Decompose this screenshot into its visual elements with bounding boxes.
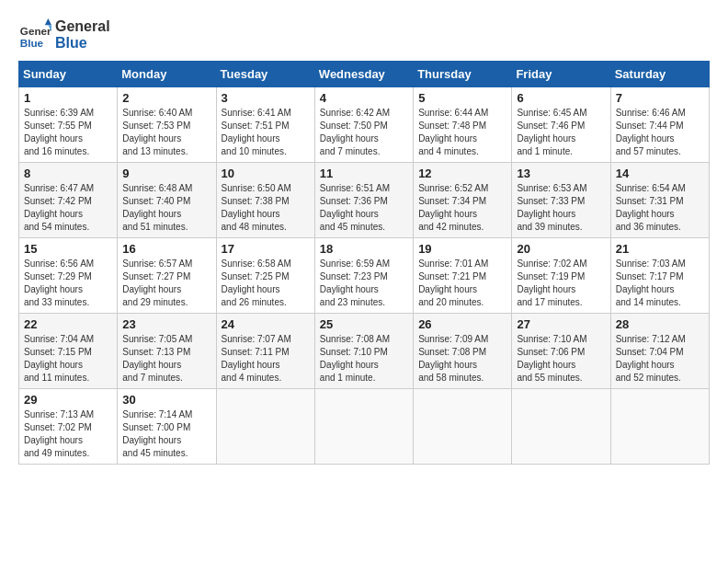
day-number: 8 [24,167,112,180]
empty-cell [414,389,512,465]
day-info: Sunrise: 6:52 AMSunset: 7:34 PMDaylight … [418,183,488,232]
day-cell-16: 16Sunrise: 6:57 AMSunset: 7:27 PMDayligh… [118,238,216,314]
day-number: 16 [122,242,210,256]
svg-text:Blue: Blue [20,37,44,49]
day-number: 10 [222,167,310,180]
calendar-header: SundayMondayTuesdayWednesdayThursdayFrid… [19,62,710,87]
day-info: Sunrise: 6:57 AMSunset: 7:27 PMDaylight … [122,259,192,307]
day-number: 6 [517,91,605,105]
day-cell-4: 4Sunrise: 6:42 AMSunset: 7:50 PMDaylight… [314,87,413,163]
day-info: Sunrise: 7:01 AMSunset: 7:21 PMDaylight … [418,259,488,307]
page-header: General Blue General Blue [18,18,710,52]
day-number: 20 [517,242,605,256]
week-row-5: 29Sunrise: 7:13 AMSunset: 7:02 PMDayligh… [19,389,710,465]
day-info: Sunrise: 6:48 AMSunset: 7:40 PMDaylight … [122,183,192,232]
day-number: 25 [320,317,408,331]
day-cell-26: 26Sunrise: 7:09 AMSunset: 7:08 PMDayligh… [414,314,512,389]
day-cell-28: 28Sunrise: 7:12 AMSunset: 7:04 PMDayligh… [610,314,709,389]
day-number: 29 [24,393,112,407]
day-cell-25: 25Sunrise: 7:08 AMSunset: 7:10 PMDayligh… [314,314,413,389]
day-cell-14: 14Sunrise: 6:54 AMSunset: 7:31 PMDayligh… [610,163,709,238]
weekday-header-tuesday: Tuesday [216,62,314,87]
day-cell-22: 22Sunrise: 7:04 AMSunset: 7:15 PMDayligh… [19,314,118,389]
weekday-row: SundayMondayTuesdayWednesdayThursdayFrid… [19,62,710,87]
day-cell-19: 19Sunrise: 7:01 AMSunset: 7:21 PMDayligh… [414,238,512,314]
day-cell-18: 18Sunrise: 6:59 AMSunset: 7:23 PMDayligh… [314,238,413,314]
day-cell-27: 27Sunrise: 7:10 AMSunset: 7:06 PMDayligh… [512,314,610,389]
day-number: 23 [122,317,210,331]
day-number: 11 [320,167,408,180]
day-info: Sunrise: 7:02 AMSunset: 7:19 PMDaylight … [517,259,586,307]
day-cell-5: 5Sunrise: 6:44 AMSunset: 7:48 PMDaylight… [414,87,512,163]
day-info: Sunrise: 6:56 AMSunset: 7:29 PMDaylight … [24,259,94,307]
day-info: Sunrise: 7:07 AMSunset: 7:11 PMDaylight … [222,334,291,383]
day-info: Sunrise: 6:46 AMSunset: 7:44 PMDaylight … [616,108,686,156]
day-info: Sunrise: 6:42 AMSunset: 7:50 PMDaylight … [320,108,390,156]
day-cell-7: 7Sunrise: 6:46 AMSunset: 7:44 PMDaylight… [610,87,709,163]
day-info: Sunrise: 6:51 AMSunset: 7:36 PMDaylight … [320,183,390,232]
day-info: Sunrise: 7:09 AMSunset: 7:08 PMDaylight … [418,334,488,383]
day-number: 28 [616,317,704,331]
day-number: 21 [616,242,704,256]
day-cell-9: 9Sunrise: 6:48 AMSunset: 7:40 PMDaylight… [118,163,216,238]
day-number: 19 [418,242,506,256]
day-info: Sunrise: 7:14 AMSunset: 7:00 PMDaylight … [122,409,192,458]
day-info: Sunrise: 6:45 AMSunset: 7:46 PMDaylight … [517,108,586,156]
weekday-header-wednesday: Wednesday [314,62,413,87]
day-number: 17 [222,242,310,256]
day-number: 30 [122,393,210,407]
day-number: 24 [222,317,310,331]
day-number: 27 [517,317,605,331]
day-cell-20: 20Sunrise: 7:02 AMSunset: 7:19 PMDayligh… [512,238,610,314]
day-info: Sunrise: 6:47 AMSunset: 7:42 PMDaylight … [24,183,94,232]
day-number: 22 [24,317,112,331]
day-cell-21: 21Sunrise: 7:03 AMSunset: 7:17 PMDayligh… [610,238,709,314]
day-cell-23: 23Sunrise: 7:05 AMSunset: 7:13 PMDayligh… [118,314,216,389]
day-info: Sunrise: 6:58 AMSunset: 7:25 PMDaylight … [222,259,291,307]
day-number: 1 [24,91,112,105]
week-row-4: 22Sunrise: 7:04 AMSunset: 7:15 PMDayligh… [19,314,710,389]
day-cell-30: 30Sunrise: 7:14 AMSunset: 7:00 PMDayligh… [118,389,216,465]
day-number: 18 [320,242,408,256]
empty-cell [610,389,709,465]
day-info: Sunrise: 6:53 AMSunset: 7:33 PMDaylight … [517,183,586,232]
day-info: Sunrise: 6:39 AMSunset: 7:55 PMDaylight … [24,108,94,156]
day-info: Sunrise: 7:04 AMSunset: 7:15 PMDaylight … [24,334,94,383]
day-info: Sunrise: 6:41 AMSunset: 7:51 PMDaylight … [222,108,291,156]
day-number: 9 [122,167,210,180]
day-cell-3: 3Sunrise: 6:41 AMSunset: 7:51 PMDaylight… [216,87,314,163]
day-info: Sunrise: 7:03 AMSunset: 7:17 PMDaylight … [616,259,686,307]
day-info: Sunrise: 7:10 AMSunset: 7:06 PMDaylight … [517,334,586,383]
calendar-table: SundayMondayTuesdayWednesdayThursdayFrid… [18,61,710,465]
calendar-body: 1Sunrise: 6:39 AMSunset: 7:55 PMDaylight… [19,87,710,465]
weekday-header-monday: Monday [118,62,216,87]
day-number: 3 [222,91,310,105]
day-number: 12 [418,167,506,180]
day-cell-6: 6Sunrise: 6:45 AMSunset: 7:46 PMDaylight… [512,87,610,163]
week-row-3: 15Sunrise: 6:56 AMSunset: 7:29 PMDayligh… [19,238,710,314]
weekday-header-friday: Friday [512,62,610,87]
day-info: Sunrise: 6:59 AMSunset: 7:23 PMDaylight … [320,259,390,307]
day-number: 5 [418,91,506,105]
empty-cell [216,389,314,465]
logo: General Blue General Blue [18,18,110,52]
week-row-2: 8Sunrise: 6:47 AMSunset: 7:42 PMDaylight… [19,163,710,238]
day-number: 4 [320,91,408,105]
day-number: 7 [616,91,704,105]
weekday-header-saturday: Saturday [610,62,709,87]
day-cell-24: 24Sunrise: 7:07 AMSunset: 7:11 PMDayligh… [216,314,314,389]
weekday-header-thursday: Thursday [414,62,512,87]
day-cell-11: 11Sunrise: 6:51 AMSunset: 7:36 PMDayligh… [314,163,413,238]
day-info: Sunrise: 6:54 AMSunset: 7:31 PMDaylight … [616,183,686,232]
day-cell-2: 2Sunrise: 6:40 AMSunset: 7:53 PMDaylight… [118,87,216,163]
logo-text-general: General [55,18,110,35]
day-number: 14 [616,167,704,180]
day-info: Sunrise: 7:05 AMSunset: 7:13 PMDaylight … [122,334,192,383]
day-info: Sunrise: 7:13 AMSunset: 7:02 PMDaylight … [24,409,94,458]
logo-icon: General Blue [18,18,51,52]
day-number: 15 [24,242,112,256]
day-number: 26 [418,317,506,331]
day-cell-17: 17Sunrise: 6:58 AMSunset: 7:25 PMDayligh… [216,238,314,314]
day-cell-12: 12Sunrise: 6:52 AMSunset: 7:34 PMDayligh… [414,163,512,238]
day-info: Sunrise: 6:40 AMSunset: 7:53 PMDaylight … [122,108,192,156]
